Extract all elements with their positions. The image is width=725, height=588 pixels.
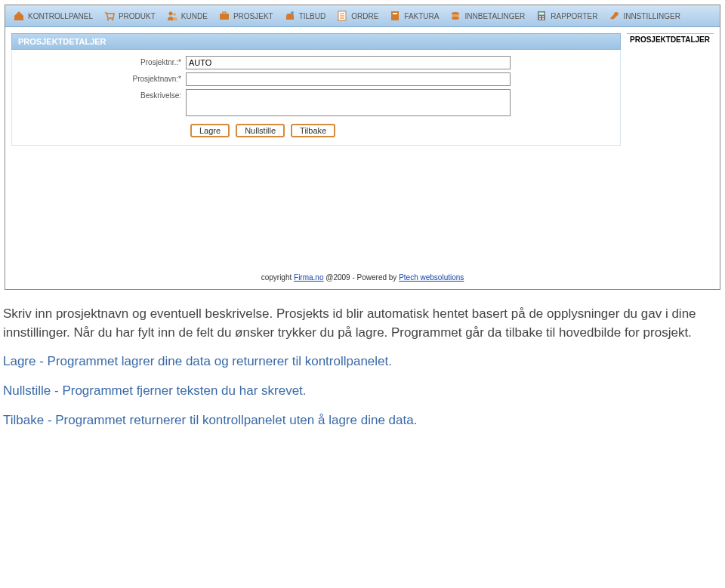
doc-icon xyxy=(389,10,401,22)
footer: copyright Firma.no @2009 - Powered by Pt… xyxy=(5,269,720,289)
right-panel: PROSJEKTDETALJER xyxy=(627,33,714,263)
lagre-button[interactable]: Lagre xyxy=(190,124,230,137)
help-text: Skriv inn prosjektnavn og eventuell besk… xyxy=(0,294,725,429)
nav-label: KUNDE xyxy=(181,12,208,20)
textarea-beskrivelse[interactable] xyxy=(186,89,511,116)
hand-icon xyxy=(284,10,296,22)
footer-at: @2009 xyxy=(323,273,350,282)
nav-faktura[interactable]: FAKTURA xyxy=(389,10,439,22)
svg-point-20 xyxy=(539,18,541,20)
list-icon xyxy=(336,10,348,22)
nav-prosjekt[interactable]: PROSJEKT xyxy=(218,10,273,22)
help-p4: Tilbake - Programmet returnerer til kont… xyxy=(3,411,725,430)
nav-label: RAPPORTER xyxy=(551,12,597,20)
row-beskrivelse: Beskrivelse: xyxy=(20,89,612,116)
nav-kunde[interactable]: KUNDE xyxy=(166,10,208,22)
help-p2: Lagre - Programmet lagrer dine data og r… xyxy=(3,352,725,371)
side-panel-header: PROSJEKTDETALJER xyxy=(627,34,714,45)
label-prosjektnavn: Prosjektnavn:* xyxy=(20,72,186,83)
svg-point-3 xyxy=(173,13,176,16)
left-panel: PROSJEKTDETALJER Prosjektnr.:* Prosjektn… xyxy=(11,33,621,263)
row-prosjektnavn: Prosjektnavn:* xyxy=(20,72,612,86)
footer-copy: copyright xyxy=(261,273,294,282)
people-icon xyxy=(166,10,178,22)
top-nav: KONTROLLPANEL PRODUKT KUNDE PROSJEKT TIL… xyxy=(5,5,720,27)
nav-tilbud[interactable]: TILBUD xyxy=(284,10,326,22)
help-p3: Nullstille - Programmet fjerner teksten … xyxy=(3,382,725,401)
footer-sep: - xyxy=(350,273,357,282)
help-p1: Skriv inn prosjektnavn og eventuell besk… xyxy=(3,305,725,342)
svg-point-15 xyxy=(452,17,459,20)
home-icon xyxy=(13,10,25,22)
nav-label: KONTROLLPANEL xyxy=(28,12,93,20)
svg-point-6 xyxy=(291,11,294,14)
input-prosjektnavn[interactable] xyxy=(186,72,511,86)
nav-label: FAKTURA xyxy=(404,12,439,20)
svg-point-19 xyxy=(542,16,544,17)
label-beskrivelse: Beskrivelse: xyxy=(20,89,186,100)
nav-label: PROSJEKT xyxy=(233,12,273,20)
nav-label: PRODUKT xyxy=(119,12,156,20)
app-frame: KONTROLLPANEL PRODUKT KUNDE PROSJEKT TIL… xyxy=(5,5,720,290)
briefcase-icon xyxy=(218,10,230,22)
nav-label: ORDRE xyxy=(351,12,378,20)
nav-label: INNBETALINGER xyxy=(464,12,525,20)
svg-rect-17 xyxy=(539,13,545,15)
footer-firma-link[interactable]: Firma.no xyxy=(294,273,323,282)
calc-icon xyxy=(535,10,548,22)
cart-icon xyxy=(103,10,116,22)
nullstille-button[interactable]: Nullstille xyxy=(236,124,285,137)
form-body: Prosjektnr.:* Prosjektnavn:* Beskrivelse… xyxy=(11,50,621,146)
footer-ptech-link[interactable]: Ptech websolutions xyxy=(399,273,464,282)
wrench-icon xyxy=(608,10,620,22)
svg-point-21 xyxy=(542,18,544,20)
input-prosjektnr[interactable] xyxy=(186,56,511,69)
svg-rect-5 xyxy=(223,12,226,14)
svg-point-2 xyxy=(168,12,172,16)
panel-header: PROSJEKTDETALJER xyxy=(11,33,621,50)
nav-innbetalinger[interactable]: INNBETALINGER xyxy=(449,10,525,22)
row-prosjektnr: Prosjektnr.:* xyxy=(20,56,612,69)
tilbake-button[interactable]: Tilbake xyxy=(291,124,335,137)
footer-powered: Powered by xyxy=(357,273,400,282)
label-prosjektnr: Prosjektnr.:* xyxy=(20,56,186,66)
svg-point-18 xyxy=(539,16,541,17)
nav-produkt[interactable]: PRODUKT xyxy=(103,10,156,22)
nav-rapporter[interactable]: RAPPORTER xyxy=(535,10,597,22)
nav-label: INNSTILLINGER xyxy=(623,12,680,20)
nav-ordre[interactable]: ORDRE xyxy=(336,10,378,22)
stack-icon xyxy=(449,10,461,22)
nav-kontrollpanel[interactable]: KONTROLLPANEL xyxy=(13,10,93,22)
svg-point-0 xyxy=(107,19,110,21)
svg-point-1 xyxy=(112,19,114,21)
button-row: Lagre Nullstille Tilbake xyxy=(20,119,612,142)
nav-innstillinger[interactable]: INNSTILLINGER xyxy=(608,10,680,22)
svg-rect-11 xyxy=(391,11,399,20)
content-area: PROSJEKTDETALJER Prosjektnr.:* Prosjektn… xyxy=(5,27,720,269)
nav-label: TILBUD xyxy=(299,12,326,20)
svg-rect-12 xyxy=(393,13,397,14)
